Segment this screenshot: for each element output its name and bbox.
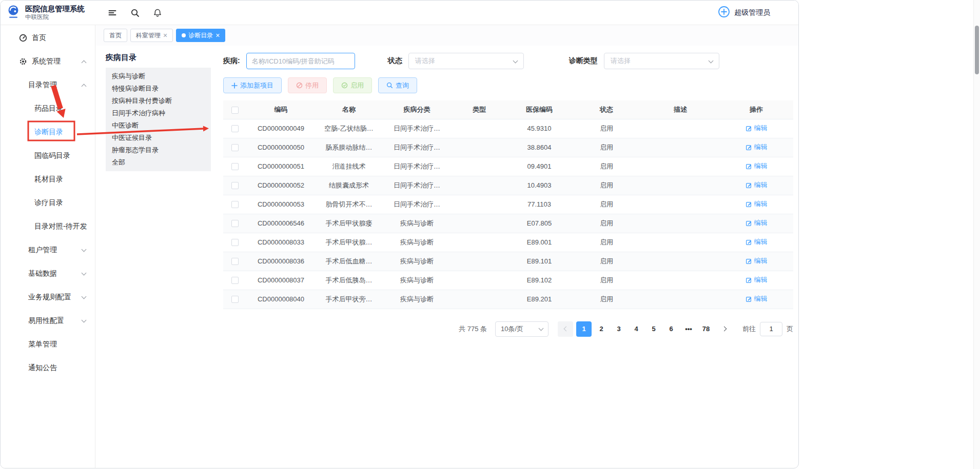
row-checkbox[interactable] xyxy=(231,163,239,170)
tab-diagnosis-catalog[interactable]: 诊断目录 × xyxy=(176,29,225,42)
select-all-checkbox[interactable] xyxy=(231,107,239,114)
edit-button[interactable]: 编辑 xyxy=(746,275,768,284)
edit-button[interactable]: 编辑 xyxy=(746,180,768,190)
disease-search-input[interactable] xyxy=(246,53,355,69)
row-checkbox[interactable] xyxy=(231,258,239,265)
row-checkbox[interactable] xyxy=(231,296,239,303)
table-row[interactable]: CD0000008033 手术后甲状腺… 疾病与诊断 E89.001 启用 xyxy=(223,233,793,252)
edit-button[interactable]: 编辑 xyxy=(746,294,768,303)
sidebar-item-system-management[interactable]: 系统管理 xyxy=(1,50,95,73)
sidebar-item-usability-config[interactable]: 易用性配置 xyxy=(1,309,95,333)
edit-button[interactable]: 编辑 xyxy=(746,218,768,228)
catalog-item[interactable]: 中医证候目录 xyxy=(106,132,211,144)
row-checkbox[interactable] xyxy=(231,239,239,246)
cell-status: 启用 xyxy=(572,119,641,138)
catalog-item[interactable]: 全部 xyxy=(106,156,211,169)
edit-label: 编辑 xyxy=(754,256,768,266)
column-header: 描述 xyxy=(641,100,719,119)
sidebar-item-national-code-catalog[interactable]: 国临码目录 xyxy=(1,144,95,168)
sidebar-item-catalog-mapping[interactable]: 目录对照-待开发 xyxy=(1,215,95,238)
sidebar-item-notice[interactable]: 通知公告 xyxy=(1,356,95,380)
table-body: CD0000000049 空肠-乙状结肠… 日间手术治疗… 45.9310 启用 xyxy=(223,119,793,309)
add-item-button[interactable]: 添加新项目 xyxy=(223,77,282,93)
catalog-item[interactable]: 日间手术治疗病种 xyxy=(106,107,211,119)
scrollbar-thumb[interactable] xyxy=(975,26,979,74)
sidebar-item-menu-management[interactable]: 菜单管理 xyxy=(1,333,95,356)
row-checkbox[interactable] xyxy=(231,277,239,284)
edit-button[interactable]: 编辑 xyxy=(746,199,768,209)
catalog-item[interactable]: 疾病与诊断 xyxy=(106,70,211,83)
sidebar-item-consumables-catalog[interactable]: 耗材目录 xyxy=(1,168,95,191)
chevron-left-icon xyxy=(563,327,569,332)
diagnosis-type-select[interactable]: 请选择 xyxy=(604,53,719,69)
tab-home[interactable]: 首页 xyxy=(104,29,127,42)
close-icon[interactable]: × xyxy=(215,32,220,39)
edit-button[interactable]: 编辑 xyxy=(746,161,768,171)
table-row[interactable]: CD0000000049 空肠-乙状结肠… 日间手术治疗… 45.9310 启用 xyxy=(223,119,793,138)
sidebar-nav: 首页 系统管理 目录管理 药品目录 诊断目录 国临码目录 xyxy=(1,25,95,468)
cell-name: 结膜囊成形术 xyxy=(316,176,382,195)
cell-insurance-code: 38.8604 xyxy=(507,138,572,157)
table-row[interactable]: CD0000000052 结膜囊成形术 日间手术治疗… 10.4903 启用 xyxy=(223,176,793,195)
row-checkbox[interactable] xyxy=(231,220,239,227)
sidebar-item-business-rules[interactable]: 业务规则配置 xyxy=(1,286,95,309)
catalog-item[interactable]: 按病种目录付费诊断 xyxy=(106,95,211,107)
cell-insurance-code: 10.4903 xyxy=(507,176,572,195)
collapse-menu-icon[interactable] xyxy=(108,8,117,17)
catalog-item[interactable]: 特慢病诊断目录 xyxy=(106,83,211,95)
page-button[interactable]: 1 xyxy=(576,321,592,337)
disable-button[interactable]: 停用 xyxy=(288,77,327,93)
table-row[interactable]: CD0000000051 泪道挂线术 日间手术治疗… 09.4901 启用 xyxy=(223,157,793,176)
row-checkbox[interactable] xyxy=(231,182,239,189)
tab-bar: 首页 科室管理 × 诊断目录 × xyxy=(95,25,798,46)
enable-button[interactable]: 启用 xyxy=(333,77,372,93)
table-row[interactable]: CD0000000053 肋骨切开术不… 日间手术治疗… 77.1103 启用 xyxy=(223,195,793,214)
sidebar-item-drug-catalog[interactable]: 药品目录 xyxy=(1,97,95,120)
user-name: 超级管理员 xyxy=(734,8,770,17)
close-icon[interactable]: × xyxy=(163,32,167,39)
cell-type xyxy=(452,214,507,233)
page-button[interactable]: 2 xyxy=(594,321,609,337)
page-size-select[interactable]: 10条/页 xyxy=(495,321,548,337)
notification-bell-icon[interactable] xyxy=(153,8,162,17)
table-row[interactable]: CD0000008036 手术后低血糖… 疾病与诊断 E89.101 启用 xyxy=(223,252,793,271)
catalog-item[interactable]: 中医诊断 xyxy=(106,119,211,132)
page-button[interactable]: 3 xyxy=(611,321,626,337)
next-page-button[interactable] xyxy=(717,321,732,337)
scrollbar-track[interactable] xyxy=(973,0,980,469)
edit-label: 编辑 xyxy=(754,275,768,284)
goto-page-input[interactable] xyxy=(760,322,782,336)
page-button[interactable]: ••• xyxy=(681,321,696,337)
sidebar-item-treatment-catalog[interactable]: 诊疗目录 xyxy=(1,191,95,215)
row-checkbox[interactable] xyxy=(231,144,239,151)
edit-button[interactable]: 编辑 xyxy=(746,142,768,152)
sidebar-item-label: 业务规则配置 xyxy=(28,293,71,302)
edit-label: 编辑 xyxy=(754,199,768,209)
sidebar-item-home[interactable]: 首页 xyxy=(1,26,95,50)
user-menu[interactable]: 超级管理员 xyxy=(718,6,770,20)
edit-button[interactable]: 编辑 xyxy=(746,237,768,247)
row-checkbox[interactable] xyxy=(231,125,239,132)
edit-button[interactable]: 编辑 xyxy=(746,124,768,133)
catalog-item[interactable]: 肿瘤形态学目录 xyxy=(106,144,211,156)
table-row[interactable]: CD0000006546 手术后甲状腺瘘 疾病与诊断 E07.805 启用 xyxy=(223,214,793,233)
cell-status: 启用 xyxy=(572,252,641,271)
prev-page-button[interactable] xyxy=(558,321,573,337)
sidebar-item-diagnosis-catalog[interactable]: 诊断目录 xyxy=(1,120,95,144)
search-icon[interactable] xyxy=(130,8,140,17)
sidebar-item-catalog-management[interactable]: 目录管理 xyxy=(1,73,95,97)
query-button[interactable]: 查询 xyxy=(378,77,417,93)
page-button[interactable]: 78 xyxy=(698,321,714,337)
tab-department-management[interactable]: 科室管理 × xyxy=(130,29,173,42)
edit-button[interactable]: 编辑 xyxy=(746,256,768,266)
status-select[interactable]: 请选择 xyxy=(408,53,524,69)
page-button[interactable]: 4 xyxy=(629,321,644,337)
sidebar-item-basic-data[interactable]: 基础数据 xyxy=(1,262,95,286)
row-checkbox[interactable] xyxy=(231,201,239,208)
table-row[interactable]: CD0000008037 手术后低胰岛… 疾病与诊断 E89.102 启用 xyxy=(223,271,793,290)
page-button[interactable]: 5 xyxy=(646,321,661,337)
table-row[interactable]: CD0000000050 肠系膜动脉结… 日间手术治疗… 38.8604 启用 xyxy=(223,138,793,157)
table-row[interactable]: CD0000008040 手术后甲状旁… 疾病与诊断 E89.201 启用 xyxy=(223,290,793,309)
page-button[interactable]: 6 xyxy=(663,321,679,337)
sidebar-item-tenant-management[interactable]: 租户管理 xyxy=(1,238,95,262)
